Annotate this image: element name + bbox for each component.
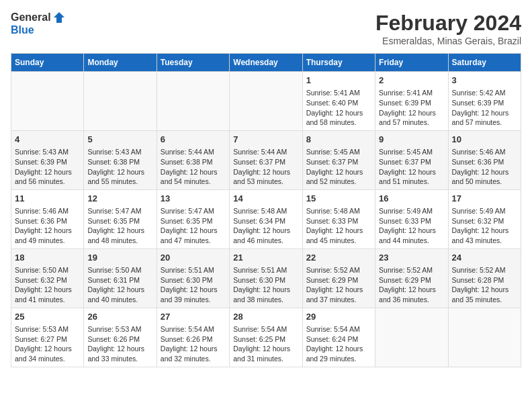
day-info: Sunrise: 5:47 AM xyxy=(161,206,226,216)
calendar-cell: 11Sunrise: 5:46 AMSunset: 6:36 PMDayligh… xyxy=(11,189,84,248)
day-info: and 31 minutes. xyxy=(233,354,298,364)
day-info: Sunset: 6:30 PM xyxy=(233,275,298,285)
day-info: Daylight: 12 hours xyxy=(379,285,444,295)
day-info: and 34 minutes. xyxy=(15,354,80,364)
calendar-cell: 6Sunrise: 5:44 AMSunset: 6:38 PMDaylight… xyxy=(157,130,229,189)
day-info: Sunrise: 5:48 AM xyxy=(233,206,298,216)
calendar-cell: 23Sunrise: 5:52 AMSunset: 6:29 PMDayligh… xyxy=(375,248,448,308)
day-info: Sunset: 6:28 PM xyxy=(452,275,517,285)
title-block: February 2024 Esmeraldas, Minas Gerais, … xyxy=(375,11,521,46)
day-info: Sunset: 6:33 PM xyxy=(379,216,444,226)
day-info: Daylight: 12 hours xyxy=(87,167,152,177)
day-number: 26 xyxy=(87,311,152,323)
week-row-1: 1Sunrise: 5:41 AMSunset: 6:40 PMDaylight… xyxy=(11,72,521,131)
subtitle: Esmeraldas, Minas Gerais, Brazil xyxy=(375,36,521,46)
day-info: Sunrise: 5:50 AM xyxy=(15,265,80,275)
day-number: 22 xyxy=(306,252,371,264)
col-header-thursday: Thursday xyxy=(302,54,375,72)
day-info: Daylight: 12 hours xyxy=(233,226,298,236)
day-info: Daylight: 12 hours xyxy=(452,285,517,295)
day-info: and 57 minutes. xyxy=(379,118,444,128)
week-row-3: 11Sunrise: 5:46 AMSunset: 6:36 PMDayligh… xyxy=(11,189,521,248)
day-info: and 48 minutes. xyxy=(87,236,152,246)
calendar-cell: 8Sunrise: 5:45 AMSunset: 6:37 PMDaylight… xyxy=(302,130,375,189)
day-info: Sunset: 6:35 PM xyxy=(161,216,226,226)
day-number: 25 xyxy=(15,311,80,323)
day-info: Sunrise: 5:45 AM xyxy=(379,147,444,157)
day-info: and 38 minutes. xyxy=(233,295,298,305)
day-info: and 41 minutes. xyxy=(15,295,80,305)
day-info: Daylight: 12 hours xyxy=(306,167,371,177)
day-info: Sunset: 6:29 PM xyxy=(306,275,371,285)
day-info: Sunrise: 5:49 AM xyxy=(452,206,517,216)
calendar-cell: 9Sunrise: 5:45 AMSunset: 6:37 PMDaylight… xyxy=(375,130,448,189)
day-number: 1 xyxy=(306,75,371,87)
day-number: 2 xyxy=(379,75,444,87)
day-number: 17 xyxy=(452,193,517,205)
col-header-friday: Friday xyxy=(375,54,448,72)
day-number: 20 xyxy=(161,252,226,264)
day-info: Daylight: 12 hours xyxy=(87,344,152,354)
week-row-5: 25Sunrise: 5:53 AMSunset: 6:27 PMDayligh… xyxy=(11,308,521,367)
day-number: 12 xyxy=(87,193,152,205)
calendar-cell: 14Sunrise: 5:48 AMSunset: 6:34 PMDayligh… xyxy=(230,189,302,248)
day-info: Sunset: 6:29 PM xyxy=(379,275,444,285)
day-info: Sunrise: 5:41 AM xyxy=(379,88,444,98)
svg-marker-0 xyxy=(54,12,64,23)
header-row: SundayMondayTuesdayWednesdayThursdayFrid… xyxy=(11,54,521,72)
day-info: and 51 minutes. xyxy=(379,177,444,187)
day-info: Daylight: 12 hours xyxy=(87,226,152,236)
day-number: 18 xyxy=(15,252,80,264)
calendar-cell: 13Sunrise: 5:47 AMSunset: 6:35 PMDayligh… xyxy=(157,189,229,248)
day-info: and 39 minutes. xyxy=(161,295,226,305)
day-number: 24 xyxy=(452,252,517,264)
day-info: Sunset: 6:35 PM xyxy=(87,216,152,226)
day-number: 5 xyxy=(87,134,152,146)
col-header-monday: Monday xyxy=(84,54,157,72)
col-header-saturday: Saturday xyxy=(448,54,521,72)
day-number: 28 xyxy=(233,311,298,323)
calendar-cell: 1Sunrise: 5:41 AMSunset: 6:40 PMDaylight… xyxy=(302,72,375,131)
day-info: and 55 minutes. xyxy=(87,177,152,187)
day-number: 23 xyxy=(379,252,444,264)
day-number: 11 xyxy=(15,193,80,205)
day-info: Sunrise: 5:53 AM xyxy=(87,324,152,334)
day-info: Sunrise: 5:54 AM xyxy=(306,324,371,334)
day-info: Daylight: 12 hours xyxy=(15,226,80,236)
day-info: and 46 minutes. xyxy=(233,236,298,246)
day-info: and 52 minutes. xyxy=(306,177,371,187)
day-info: Sunset: 6:25 PM xyxy=(233,334,298,345)
day-info: Daylight: 12 hours xyxy=(161,285,226,295)
day-info: Sunset: 6:40 PM xyxy=(306,98,371,108)
day-info: Sunrise: 5:42 AM xyxy=(452,88,517,98)
calendar-cell: 21Sunrise: 5:51 AMSunset: 6:30 PMDayligh… xyxy=(230,248,302,308)
day-info: Daylight: 12 hours xyxy=(306,108,371,118)
day-info: and 47 minutes. xyxy=(161,236,226,246)
calendar-cell: 15Sunrise: 5:48 AMSunset: 6:33 PMDayligh… xyxy=(302,189,375,248)
calendar-cell: 12Sunrise: 5:47 AMSunset: 6:35 PMDayligh… xyxy=(84,189,157,248)
day-info: and 37 minutes. xyxy=(306,295,371,305)
calendar-table: SundayMondayTuesdayWednesdayThursdayFrid… xyxy=(11,53,521,367)
day-info: Daylight: 12 hours xyxy=(379,167,444,177)
calendar-cell: 16Sunrise: 5:49 AMSunset: 6:33 PMDayligh… xyxy=(375,189,448,248)
day-info: Daylight: 12 hours xyxy=(15,344,80,354)
day-info: Sunset: 6:32 PM xyxy=(452,216,517,226)
calendar-cell xyxy=(448,308,521,367)
day-info: and 29 minutes. xyxy=(306,354,371,364)
day-info: Sunrise: 5:50 AM xyxy=(87,265,152,275)
day-info: and 53 minutes. xyxy=(233,177,298,187)
day-info: Daylight: 12 hours xyxy=(161,226,226,236)
day-info: Sunset: 6:31 PM xyxy=(87,275,152,285)
day-info: Sunset: 6:39 PM xyxy=(452,98,517,108)
day-info: and 45 minutes. xyxy=(306,236,371,246)
calendar-cell: 17Sunrise: 5:49 AMSunset: 6:32 PMDayligh… xyxy=(448,189,521,248)
day-info: and 50 minutes. xyxy=(452,177,517,187)
day-info: and 44 minutes. xyxy=(379,236,444,246)
calendar-cell: 7Sunrise: 5:44 AMSunset: 6:37 PMDaylight… xyxy=(230,130,302,189)
day-info: and 32 minutes. xyxy=(161,354,226,364)
calendar-cell: 5Sunrise: 5:43 AMSunset: 6:38 PMDaylight… xyxy=(84,130,157,189)
day-info: Sunset: 6:36 PM xyxy=(452,157,517,167)
calendar-cell: 4Sunrise: 5:43 AMSunset: 6:39 PMDaylight… xyxy=(11,130,84,189)
day-info: Daylight: 12 hours xyxy=(379,108,444,118)
day-info: Sunrise: 5:46 AM xyxy=(452,147,517,157)
